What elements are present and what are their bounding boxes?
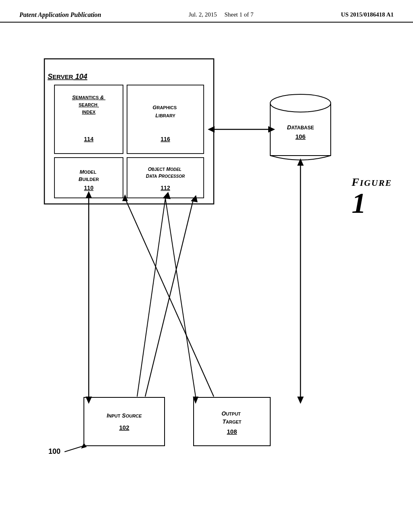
svg-text:100: 100: [48, 447, 60, 455]
svg-text:108: 108: [227, 428, 237, 435]
svg-line-28: [65, 446, 84, 452]
svg-marker-41: [191, 195, 198, 202]
svg-rect-21: [84, 397, 165, 446]
svg-text:OBJECT MODEL
      DATA PROCES: OBJECT MODEL DATA PROCESSOR: [146, 166, 185, 179]
svg-text:114: 114: [84, 136, 94, 142]
sheet-info: Sheet 1 of 7: [224, 11, 253, 18]
svg-text:INPUT SOURCE: INPUT SOURCE: [107, 412, 142, 419]
svg-line-42: [125, 198, 214, 397]
svg-line-35: [165, 198, 196, 397]
publication-date: Jul. 2, 2015: [189, 11, 217, 18]
svg-marker-29: [81, 443, 87, 449]
svg-text:110: 110: [84, 185, 94, 191]
svg-text:DATABASE: DATABASE: [287, 124, 314, 131]
svg-marker-20: [208, 126, 215, 133]
patent-number: US 2015/0186418 A1: [341, 11, 394, 18]
svg-rect-5: [127, 85, 204, 154]
svg-marker-31: [86, 191, 92, 198]
diagram-svg: SERVER 104 SEMANTICS & SEARCH INDEX 114 …: [24, 47, 363, 506]
svg-marker-38: [297, 158, 304, 166]
svg-text:OUTPUT
      TARGET: OUTPUT TARGET: [221, 410, 242, 425]
svg-text:102: 102: [119, 424, 129, 431]
header-date-sheet: Jul. 2, 2015 Sheet 1 of 7: [189, 11, 254, 18]
diagram-area: FIGURE 1 SERVER 104 SEMANTICS & SEARCH I…: [0, 23, 413, 506]
svg-line-33: [137, 198, 165, 397]
svg-point-15: [270, 94, 331, 112]
svg-text:SERVER 104: SERVER 104: [48, 73, 87, 81]
svg-marker-34: [163, 192, 171, 199]
svg-text:112: 112: [161, 185, 170, 191]
svg-marker-32: [86, 397, 92, 404]
svg-text:GRAPHICS
      LIBRARY: GRAPHICS LIBRARY: [152, 104, 178, 118]
svg-rect-0: [44, 59, 214, 204]
svg-marker-39: [297, 397, 304, 404]
page-header: Patent Application Publication Jul. 2, 2…: [0, 0, 413, 23]
svg-text:MODEL
      BUILDER: MODEL BUILDER: [79, 169, 99, 182]
svg-text:106: 106: [295, 133, 305, 140]
svg-text:116: 116: [161, 136, 170, 142]
svg-marker-19: [268, 126, 275, 133]
svg-text:SEMANTICS &
      SEARCH
     : SEMANTICS & SEARCH INDEX: [72, 94, 106, 114]
publication-title: Patent Application Publication: [19, 11, 101, 19]
